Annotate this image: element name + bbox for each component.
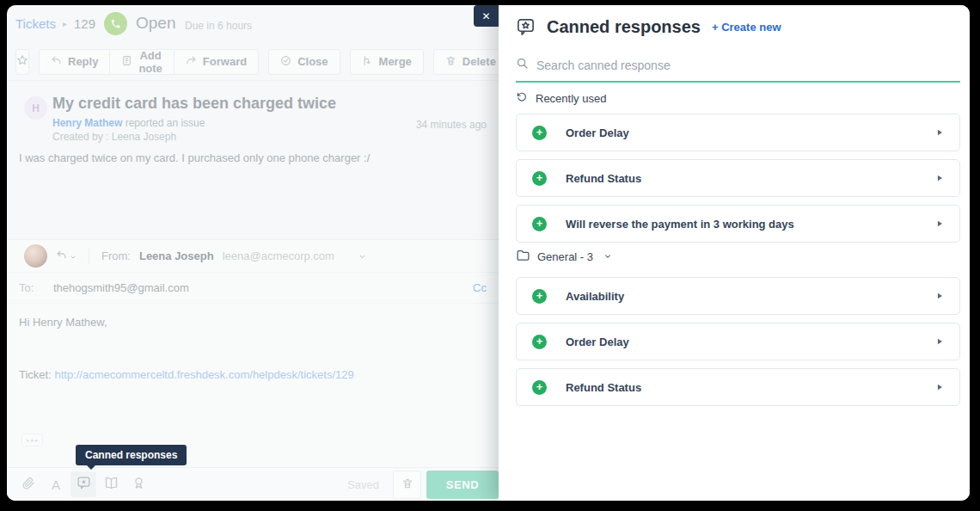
merge-label: Merge <box>379 55 412 68</box>
response-label: Refund Status <box>566 381 641 394</box>
ticket-prefix: Ticket: <box>19 368 54 381</box>
history-icon <box>516 91 528 106</box>
compose-header: From: Leena Joseph leena@acmecorp.com <box>7 240 499 273</box>
from-dropdown-chevron-icon[interactable] <box>358 249 366 264</box>
merge-icon <box>362 55 373 69</box>
canned-responses-button[interactable] <box>70 471 96 497</box>
chevron-down-icon[interactable] <box>603 252 612 261</box>
forward-label: Forward <box>203 55 247 68</box>
panel-title: Canned responses <box>547 17 701 37</box>
response-label: Availability <box>566 290 624 303</box>
preview-arrow-icon[interactable] <box>935 383 944 391</box>
ticket-url-link[interactable]: http://acmecommerceltd.freshdesk.com/hel… <box>54 368 353 381</box>
add-note-label: Add note <box>138 49 162 75</box>
delete-button[interactable]: Delete <box>433 49 508 75</box>
preview-arrow-icon[interactable] <box>935 292 944 300</box>
preview-arrow-icon[interactable] <box>935 219 944 228</box>
canned-response-icon <box>77 476 91 494</box>
folder-icon <box>516 248 530 265</box>
create-new-link[interactable]: + Create new <box>712 21 781 34</box>
compose-greeting: Hi Henry Mathew, <box>19 316 487 329</box>
reply-actions-group: Reply Add note Forward <box>39 49 259 75</box>
recent-responses-list: + Order Delay + Refund Status + Will rev… <box>516 114 960 250</box>
suggest-quote-button[interactable] <box>126 471 151 497</box>
favorite-button[interactable] <box>15 49 29 75</box>
recently-used-label: Recently used <box>536 92 606 105</box>
to-label: To: <box>19 281 53 294</box>
insert-response-icon[interactable]: + <box>532 126 547 140</box>
close-ticket-label: Close <box>297 55 328 68</box>
folder-general[interactable]: General - 3 <box>516 248 612 265</box>
autosave-status: Saved <box>347 478 379 491</box>
canned-response-item[interactable]: + Order Delay <box>516 114 960 151</box>
cc-toggle[interactable]: Cc <box>473 281 487 294</box>
from-name: Leena Joseph <box>139 249 214 262</box>
canned-response-item[interactable]: + Refund Status <box>516 368 960 406</box>
reply-button[interactable]: Reply <box>39 49 110 75</box>
to-recipient[interactable]: thehogsmith95@gmail.com <box>53 281 189 294</box>
note-icon <box>121 55 132 69</box>
forward-icon <box>186 55 197 69</box>
trash-icon <box>445 55 456 69</box>
merge-button[interactable]: Merge <box>350 49 424 75</box>
canned-responses-panel: ✕ Canned responses + Create new Recently… <box>499 5 970 501</box>
paperclip-icon <box>21 476 35 493</box>
panel-header: Canned responses + Create new <box>516 17 781 37</box>
from-label: From: <box>101 249 131 262</box>
breadcrumb-separator-icon: ▸ <box>63 19 67 28</box>
discard-draft-button[interactable] <box>393 471 421 499</box>
insert-response-icon[interactable]: + <box>532 171 547 186</box>
response-label: Will reverse the payment in 3 working da… <box>566 218 794 231</box>
breadcrumb: Tickets ▸ 129 <box>15 16 95 31</box>
divider <box>89 249 89 264</box>
breadcrumb-tickets-link[interactable]: Tickets <box>15 16 56 31</box>
reply-icon <box>56 249 67 264</box>
reply-type-dropdown[interactable] <box>56 249 77 264</box>
attach-file-button[interactable] <box>15 471 41 497</box>
search-input[interactable] <box>536 58 960 72</box>
medal-icon <box>132 476 146 494</box>
insert-response-icon[interactable]: + <box>532 289 547 304</box>
close-panel-button[interactable]: ✕ <box>474 5 499 27</box>
ticket-subject: My credit card has been charged twice <box>52 95 336 113</box>
search-row <box>516 57 960 83</box>
forward-button[interactable]: Forward <box>174 49 259 75</box>
preview-arrow-icon[interactable] <box>935 128 944 137</box>
ticket-description: I was charged twice on my card. I purcha… <box>19 151 370 164</box>
response-label: Refund Status <box>566 172 641 185</box>
preview-arrow-icon[interactable] <box>935 174 944 182</box>
canned-response-item[interactable]: + Availability <box>516 277 960 315</box>
ticket-due: Due in 6 hours <box>185 20 252 32</box>
canned-response-item[interactable]: + Order Delay <box>516 323 960 360</box>
response-label: Order Delay <box>566 126 629 139</box>
search-icon <box>516 57 529 73</box>
folder-responses-list: + Availability + Order Delay + Refund St… <box>516 277 960 414</box>
ticket-timestamp: 34 minutes ago <box>416 119 487 131</box>
insert-response-icon[interactable]: + <box>532 217 547 231</box>
created-by-line: Created by : Leena Joseph <box>52 131 176 143</box>
star-icon <box>16 54 28 69</box>
reporter-link[interactable]: Henry Mathew <box>52 117 122 129</box>
close-ticket-button[interactable]: Close <box>268 49 340 75</box>
preview-arrow-icon[interactable] <box>935 337 944 346</box>
ticket-topbar: Tickets ▸ 129 Open Due in 6 hours <box>7 5 499 43</box>
expand-quoted-text-button[interactable]: ●●● <box>21 434 43 446</box>
add-note-button[interactable]: Add note <box>109 49 174 75</box>
delete-label: Delete <box>462 55 496 68</box>
insert-response-icon[interactable]: + <box>532 335 547 349</box>
to-field-row[interactable]: To: thehogsmith95@gmail.com Cc <box>7 273 499 304</box>
insert-response-icon[interactable]: + <box>532 380 547 395</box>
from-email: leena@acmecorp.com <box>223 249 334 262</box>
canned-response-item[interactable]: + Will reverse the payment in 3 working … <box>516 205 960 243</box>
reporter-suffix: reported an issue <box>122 117 205 129</box>
format-text-button[interactable]: A <box>43 471 69 497</box>
solution-articles-button[interactable] <box>98 471 124 497</box>
close-icon: ✕ <box>481 10 490 22</box>
compose-body[interactable]: Hi Henry Mathew, Ticket: http://acmecomm… <box>19 305 487 381</box>
trash-icon <box>401 477 413 492</box>
compose-ticket-line: Ticket: http://acmecommerceltd.freshdesk… <box>19 368 487 381</box>
reply-label: Reply <box>68 55 98 68</box>
send-button[interactable]: SEND <box>426 471 499 499</box>
canned-response-item[interactable]: + Refund Status <box>516 159 960 197</box>
ticket-thread: H My credit card has been charged twice … <box>7 81 499 239</box>
